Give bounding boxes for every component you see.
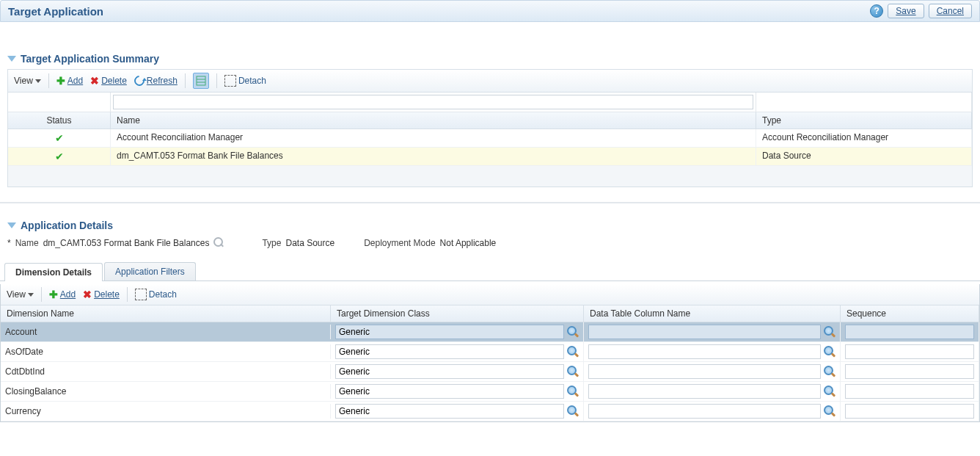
detach-button[interactable]: Detach [224,75,266,87]
chevron-down-icon [35,79,41,83]
dim-row[interactable]: CdtDbtInd [1,362,979,382]
col-name[interactable]: Name [111,112,756,129]
dim-name-cell: Currency [1,404,331,419]
details-title: Application Details [21,220,113,231]
summary-toolbar: View ✚ Add ✖ Delete Refresh Detach [7,69,973,92]
search-icon[interactable] [567,366,579,377]
dim-row[interactable]: Currency [1,402,979,421]
search-icon[interactable] [824,386,835,397]
dim-header-row: Dimension Name Target Dimension Class Da… [1,305,979,322]
sequence-input[interactable] [845,364,974,379]
target-class-input[interactable] [335,384,564,399]
cancel-button[interactable]: Cancel [929,4,972,18]
deploy-label: Deployment Mode [364,238,435,248]
search-icon[interactable] [824,326,835,338]
detach-button[interactable]: Detach [135,289,177,300]
delete-button[interactable]: ✖ Delete [90,75,127,87]
data-table-col-input[interactable] [588,325,821,339]
data-table-col-input[interactable] [588,404,821,419]
dim-name-cell: ClosingBalance [1,384,331,399]
deploy-value: Not Applicable [440,238,497,248]
grid-icon [196,76,206,86]
tab-dimension-details[interactable]: Dimension Details [4,263,103,281]
plus-icon: ✚ [49,289,58,300]
target-class-input[interactable] [335,404,564,419]
search-icon[interactable] [567,386,579,397]
page-title: Target Application [8,5,103,18]
type-label: Type [262,238,281,248]
details-section: Application Details * Name dm_CAMT.053 F… [0,202,980,422]
dimension-toolbar: View ✚ Add ✖ Delete Detach [1,284,979,305]
page-header: Target Application ? Save Cancel [0,0,980,22]
search-icon[interactable] [567,326,579,338]
summary-section: Target Application Summary View ✚ Add ✖ … [0,51,980,195]
data-table-col-input[interactable] [588,384,821,399]
check-icon: ✔ [55,132,64,144]
dim-row[interactable]: ClosingBalance [1,382,979,402]
name-label: Name [15,238,39,248]
table-row[interactable]: ✔ dm_CAMT.053 Format Bank File Balances … [8,148,972,166]
summary-header: Target Application Summary [7,51,973,66]
dim-name-cell: Account [1,325,331,339]
detach-icon [224,75,236,87]
refresh-icon [132,73,147,88]
col-sequence[interactable]: Sequence [841,305,979,322]
search-icon[interactable] [567,405,579,417]
col-data-table-column[interactable]: Data Table Column Name [584,305,841,322]
disclose-icon[interactable] [7,222,16,228]
svg-rect-0 [197,76,205,85]
data-table-col-input[interactable] [588,344,821,359]
name-value: dm_CAMT.053 Format Bank File Balances [43,238,210,248]
tab-application-filters[interactable]: Application Filters [104,262,196,281]
details-meta: * Name dm_CAMT.053 Format Bank File Bala… [0,233,980,253]
dim-name-cell: AsOfDate [1,344,331,359]
search-icon[interactable] [567,346,579,358]
name-filter-input[interactable] [113,95,753,109]
plus-icon: ✚ [56,75,65,87]
filter-row [8,93,972,112]
x-icon: ✖ [83,289,92,300]
details-header: Application Details [0,218,980,233]
table-header-row: Status Name Type [8,112,972,129]
help-icon[interactable]: ? [870,4,883,18]
refresh-button[interactable]: Refresh [134,76,178,86]
view-menu[interactable]: View [7,289,34,300]
detach-icon [135,289,147,300]
target-class-input[interactable] [335,325,564,339]
search-icon[interactable] [213,237,225,249]
col-type[interactable]: Type [756,112,972,129]
sequence-input[interactable] [845,404,974,419]
data-table-col-input[interactable] [588,364,821,379]
dimension-panel: View ✚ Add ✖ Delete Detach Dimension Nam… [0,284,980,422]
table-row[interactable]: ✔ Account Reconciliation Manager Account… [8,129,972,148]
chevron-down-icon [28,293,34,297]
delete-button[interactable]: ✖ Delete [83,289,120,300]
summary-table: Status Name Type ✔ Account Reconciliatio… [7,92,973,187]
grid-options-button[interactable] [193,73,209,89]
target-class-input[interactable] [335,344,564,359]
add-button[interactable]: ✚ Add [49,289,76,300]
disclose-icon[interactable] [7,56,16,62]
col-dimension-name[interactable]: Dimension Name [1,305,331,322]
type-value: Data Source [285,238,334,248]
x-icon: ✖ [90,75,99,87]
save-button[interactable]: Save [888,4,924,18]
check-icon: ✔ [55,151,64,162]
summary-title: Target Application Summary [21,53,159,65]
target-class-input[interactable] [335,364,564,379]
search-icon[interactable] [824,366,835,377]
search-icon[interactable] [824,346,835,358]
add-button[interactable]: ✚ Add [56,75,83,87]
sequence-input[interactable] [845,344,974,359]
view-menu[interactable]: View [14,76,41,86]
dim-name-cell: CdtDbtInd [1,364,331,379]
sequence-input[interactable] [845,384,974,399]
dim-row[interactable]: Account [1,322,979,342]
dim-row[interactable]: AsOfDate [1,342,979,362]
col-status[interactable]: Status [8,112,111,129]
search-icon[interactable] [824,405,835,417]
details-tabs: Dimension Details Application Filters [0,262,980,281]
col-target-class[interactable]: Target Dimension Class [331,305,584,322]
sequence-input[interactable] [845,325,974,339]
